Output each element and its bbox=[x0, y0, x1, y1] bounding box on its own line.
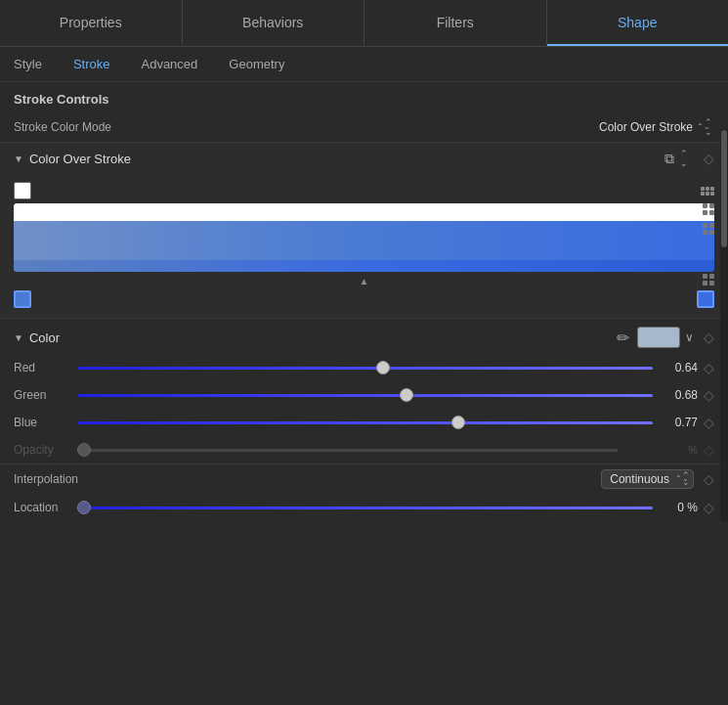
interpolation-label: Interpolation bbox=[14, 472, 601, 486]
red-slider-row: Red 0.64 ◇ bbox=[0, 354, 728, 381]
opacity-slider-row: Opacity % ◇ bbox=[0, 436, 728, 463]
blue-keyframe-icon[interactable]: ◇ bbox=[704, 415, 714, 430]
location-value: 0 % bbox=[663, 501, 698, 514]
top-tab-bar: Properties Behaviors Filters Shape bbox=[0, 0, 728, 47]
scrollbar[interactable] bbox=[720, 129, 728, 521]
gradient-bar-blue bbox=[14, 221, 714, 260]
grid-icon-3[interactable] bbox=[703, 274, 714, 286]
color-preview-wrapper: ∨ bbox=[637, 327, 694, 348]
eyedropper-icon[interactable]: ✏ bbox=[617, 329, 629, 347]
gradient-arrow-icon: ▲ bbox=[360, 276, 369, 286]
blue-slider-row: Blue 0.77 ◇ bbox=[0, 409, 728, 436]
side-icons bbox=[703, 203, 714, 286]
color-stop-right[interactable] bbox=[697, 290, 714, 308]
color-over-stroke-title: Color Over Stroke bbox=[29, 152, 664, 166]
interpolation-keyframe-icon[interactable]: ◇ bbox=[704, 471, 714, 487]
arrow-row: ▲ bbox=[14, 276, 714, 286]
green-slider-thumb[interactable] bbox=[400, 388, 413, 402]
grid-icon-1[interactable] bbox=[703, 203, 714, 215]
gradient-bars[interactable] bbox=[14, 203, 714, 272]
location-slider-row: Location 0 % ◇ bbox=[0, 494, 728, 521]
tab-properties[interactable]: Properties bbox=[0, 0, 183, 46]
red-keyframe-icon[interactable]: ◇ bbox=[704, 360, 714, 375]
grid-icon-2[interactable] bbox=[703, 223, 714, 235]
grid-icon-top[interactable] bbox=[701, 187, 714, 196]
blue-label: Blue bbox=[14, 416, 67, 429]
opacity-slider-track bbox=[77, 441, 618, 459]
stroke-controls-header: Stroke Controls bbox=[0, 82, 728, 112]
red-label: Red bbox=[14, 361, 67, 375]
sub-tab-stroke[interactable]: Stroke bbox=[69, 57, 114, 71]
main-content: Stroke Controls Stroke Color Mode Color … bbox=[0, 82, 728, 521]
stroke-color-mode-row: Stroke Color Mode Color Over Stroke ⌃⌄ bbox=[0, 112, 728, 142]
sub-tab-advanced[interactable]: Advanced bbox=[137, 57, 201, 71]
interpolation-dropdown[interactable]: Continuous ⌃⌄ bbox=[601, 469, 694, 489]
color-section-header: ▼ Color ✏ ∨ ◇ bbox=[0, 318, 728, 354]
green-slider-track[interactable] bbox=[77, 386, 653, 404]
stroke-color-mode-dropdown[interactable]: Color Over Stroke ⌃⌄ bbox=[595, 118, 714, 136]
green-label: Green bbox=[14, 388, 67, 402]
gradient-icon-group bbox=[701, 187, 714, 196]
green-keyframe-icon[interactable]: ◇ bbox=[704, 387, 714, 403]
blue-value: 0.77 bbox=[663, 416, 698, 429]
gradient-editor: ▲ bbox=[0, 174, 728, 318]
location-label: Location bbox=[14, 501, 67, 514]
color-keyframe-diamond-icon[interactable]: ◇ bbox=[704, 330, 714, 345]
stroke-color-mode-label: Stroke Color Mode bbox=[14, 120, 170, 134]
location-slider-thumb[interactable] bbox=[77, 501, 91, 514]
green-value: 0.68 bbox=[663, 388, 698, 402]
gradient-top-row bbox=[14, 182, 714, 199]
interpolation-row: Interpolation Continuous ⌃⌄ ◇ bbox=[0, 463, 728, 494]
red-value: 0.64 bbox=[663, 361, 698, 375]
green-slider-row: Green 0.68 ◇ bbox=[0, 381, 728, 409]
color-stops-row bbox=[14, 288, 714, 314]
tab-shape[interactable]: Shape bbox=[547, 0, 729, 46]
tab-behaviors[interactable]: Behaviors bbox=[183, 0, 365, 46]
color-collapse-triangle-icon[interactable]: ▼ bbox=[14, 332, 23, 343]
red-slider-track[interactable] bbox=[77, 359, 653, 376]
scrollbar-thumb[interactable] bbox=[721, 130, 727, 247]
opacity-label: Opacity bbox=[14, 443, 67, 457]
gradient-bar-blue-dark bbox=[14, 260, 714, 272]
sub-tab-geometry[interactable]: Geometry bbox=[225, 57, 288, 71]
opacity-slider-thumb bbox=[77, 443, 91, 457]
color-preview-swatch[interactable] bbox=[637, 327, 680, 348]
location-slider-track[interactable] bbox=[77, 499, 653, 516]
color-over-stroke-header: ▼ Color Over Stroke ⧉ ⌃⌄ ◇ bbox=[0, 142, 728, 174]
location-keyframe-icon[interactable]: ◇ bbox=[704, 500, 714, 515]
red-slider-thumb[interactable] bbox=[376, 361, 390, 375]
collapse-triangle-icon[interactable]: ▼ bbox=[14, 154, 23, 164]
color-stop-white[interactable] bbox=[14, 182, 31, 199]
blue-slider-thumb[interactable] bbox=[451, 416, 465, 429]
keyframe-diamond-icon[interactable]: ◇ bbox=[704, 151, 714, 166]
updown-arrows-icon[interactable]: ⌃⌄ bbox=[680, 149, 688, 168]
blue-slider-track[interactable] bbox=[77, 414, 653, 431]
stroke-color-mode-value: Color Over Stroke ⌃⌄ bbox=[595, 118, 714, 136]
color-section-title: Color bbox=[29, 330, 617, 345]
gradient-bar-white bbox=[14, 203, 714, 221]
sub-tab-bar: Style Stroke Advanced Geometry bbox=[0, 47, 728, 82]
opacity-keyframe-icon: ◇ bbox=[704, 442, 714, 458]
color-stop-left[interactable] bbox=[14, 290, 31, 308]
color-dropdown-chevron[interactable]: ∨ bbox=[685, 330, 694, 344]
sub-tab-style[interactable]: Style bbox=[10, 57, 46, 71]
opacity-percent-label: % bbox=[663, 444, 698, 456]
copy-icon[interactable]: ⧉ bbox=[664, 151, 674, 167]
tab-filters[interactable]: Filters bbox=[364, 0, 547, 46]
